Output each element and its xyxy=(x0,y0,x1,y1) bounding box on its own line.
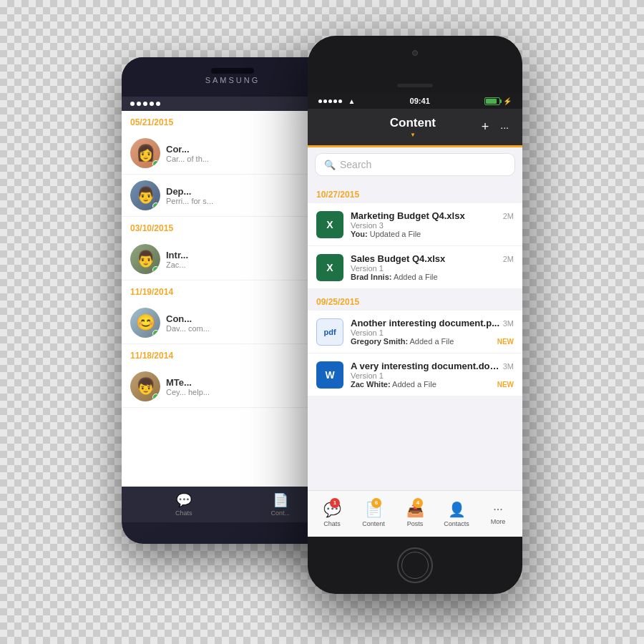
posts-badge: 4 xyxy=(413,498,423,508)
home-button-inner xyxy=(401,552,429,579)
signal-dot xyxy=(130,102,135,106)
nav-contacts[interactable]: 👤 Contacts xyxy=(436,501,477,527)
date-label-1: 10/27/2015 xyxy=(316,190,359,200)
avatar-3: 👨 xyxy=(130,244,160,274)
excel-icon-1: X xyxy=(316,211,343,238)
file-item-2[interactable]: X Sales Budget Q4.xlsx 2M Version 1 Brad… xyxy=(308,246,522,289)
signal-dot xyxy=(143,102,147,106)
lightning-icon: ⚡ xyxy=(503,97,512,105)
header-arrow-icon: ▼ xyxy=(390,132,436,138)
samsung-tab-chats[interactable]: 💬 Chats xyxy=(175,492,192,517)
file-info-2: Sales Budget Q4.xlsx 2M Version 1 Brad I… xyxy=(351,253,514,281)
samsung-date-label-3: 11/19/2014 xyxy=(130,287,173,297)
signal-dot xyxy=(156,102,160,106)
new-badge-3: NEW xyxy=(497,338,514,346)
app-screen: Content ▼ + ··· 🔍 Search 10/27/2015 xyxy=(308,109,522,537)
chats-badge: 1 xyxy=(330,498,340,508)
battery-icon xyxy=(484,97,500,105)
svg-text:X: X xyxy=(326,219,333,230)
file-item-1[interactable]: X Marketing Budget Q4.xlsx 2M Version 3 … xyxy=(308,203,522,246)
nav-posts[interactable]: 4 📤 Posts xyxy=(394,501,436,527)
file-action-row-1: You: Updated a File xyxy=(351,230,514,238)
file-item-4[interactable]: W A very interesting document.docx 3M Ve… xyxy=(308,353,522,396)
nav-more[interactable]: ··· More xyxy=(477,503,519,525)
new-badge-4: NEW xyxy=(497,381,514,389)
samsung-date-label-4: 11/18/2014 xyxy=(130,351,173,361)
header-actions: + ··· xyxy=(479,119,512,135)
iphone-speaker-icon xyxy=(397,84,433,87)
date-section-2: 09/25/2015 xyxy=(308,289,522,311)
wifi-status-icon: ▲ xyxy=(348,97,355,105)
avatar-4: 😊 xyxy=(130,308,160,338)
battery-area: ⚡ xyxy=(484,97,512,105)
nav-chats[interactable]: 1 💬 Chats xyxy=(311,501,353,527)
file-version-2: Version 1 xyxy=(351,264,514,273)
samsung-date-label-2: 03/10/2015 xyxy=(130,223,173,233)
phones-container: SAMSUNG ▲ 05/21/2015 👩 xyxy=(122,36,522,608)
svg-text:W: W xyxy=(325,369,335,381)
signal-dot xyxy=(328,99,332,103)
chats-nav-label: Chats xyxy=(323,520,341,527)
samsung-date-label-1: 05/21/2015 xyxy=(130,117,173,127)
online-indicator xyxy=(152,203,160,210)
file-action-4: Zac White: Added a File xyxy=(351,380,436,389)
file-action-3: Gregory Smith: Added a File xyxy=(351,337,454,346)
avatar-2: 👨 xyxy=(130,180,160,210)
svg-text:X: X xyxy=(326,262,333,273)
status-time: 09:41 xyxy=(410,97,430,105)
file-version-1: Version 3 xyxy=(351,221,514,230)
file-info-3: Another interesting document.p... 3M Ver… xyxy=(351,318,514,346)
header-title-area: Content ▼ xyxy=(390,116,436,138)
file-item-3[interactable]: pdf Another interesting document.p... 3M… xyxy=(308,311,522,353)
date-section-1: 10/27/2015 xyxy=(308,182,522,203)
chats-icon: 💬 xyxy=(176,492,192,508)
app-header: Content ▼ + ··· xyxy=(308,109,522,145)
file-name-1: Marketing Budget Q4.xlsx xyxy=(351,210,500,221)
online-indicator xyxy=(152,394,160,401)
signal-bars: ▲ xyxy=(318,94,355,107)
file-name-2: Sales Budget Q4.xlsx xyxy=(351,253,500,264)
battery-tip xyxy=(500,99,502,103)
content-badge: 6 xyxy=(371,498,381,508)
file-name-row-4: A very interesting document.docx 3M xyxy=(351,361,514,371)
content-icon: 📄 xyxy=(273,492,288,508)
bottom-nav: 1 💬 Chats 6 📄 Content 4 📤 Posts 👤 Contac… xyxy=(308,490,522,537)
battery-fill xyxy=(486,99,497,104)
file-action-row-4: Zac White: Added a File NEW xyxy=(351,380,514,389)
contacts-nav-label: Contacts xyxy=(444,520,469,527)
signal-dot xyxy=(333,99,337,103)
file-name-row-3: Another interesting document.p... 3M xyxy=(351,318,514,328)
file-version-3: Version 1 xyxy=(351,328,514,337)
home-button[interactable] xyxy=(397,547,433,583)
file-info-1: Marketing Budget Q4.xlsx 2M Version 3 Yo… xyxy=(351,210,514,238)
avatar-5: 👦 xyxy=(130,371,160,401)
word-icon: W xyxy=(316,361,343,389)
samsung-tab-content[interactable]: 📄 Cont... xyxy=(270,492,290,517)
add-button[interactable]: + xyxy=(479,119,492,135)
search-placeholder-text: Search xyxy=(340,159,371,170)
online-indicator xyxy=(152,266,160,273)
file-size-3: 3M xyxy=(503,319,514,328)
iphone: ▲ 09:41 ⚡ Content ▼ + xyxy=(308,36,522,594)
orange-underline xyxy=(308,145,522,147)
signal-dot xyxy=(137,102,141,106)
more-nav-label: More xyxy=(491,518,506,525)
file-action-row-3: Gregory Smith: Added a File NEW xyxy=(351,337,514,346)
more-nav-icon: ··· xyxy=(493,503,502,516)
app-title: Content xyxy=(390,116,436,130)
file-size-4: 3M xyxy=(503,362,514,371)
content-list: 10/27/2015 X Marketing Budget Q4.xlsx 2M xyxy=(308,182,522,490)
excel-icon-2: X xyxy=(316,254,343,281)
signal-dot xyxy=(323,99,327,103)
nav-content[interactable]: 6 📄 Content xyxy=(353,501,394,527)
posts-nav-label: Posts xyxy=(407,520,424,527)
date-label-2: 09/25/2015 xyxy=(316,297,359,307)
samsung-brand-label: SAMSUNG xyxy=(205,76,260,84)
search-bar[interactable]: 🔍 Search xyxy=(315,153,515,176)
file-size-2: 2M xyxy=(503,255,514,263)
file-info-4: A very interesting document.docx 3M Vers… xyxy=(351,361,514,389)
iphone-status-bar: ▲ 09:41 ⚡ xyxy=(308,93,522,109)
signal-dot xyxy=(318,99,322,103)
more-options-button[interactable]: ··· xyxy=(497,122,512,133)
search-icon: 🔍 xyxy=(324,160,336,170)
